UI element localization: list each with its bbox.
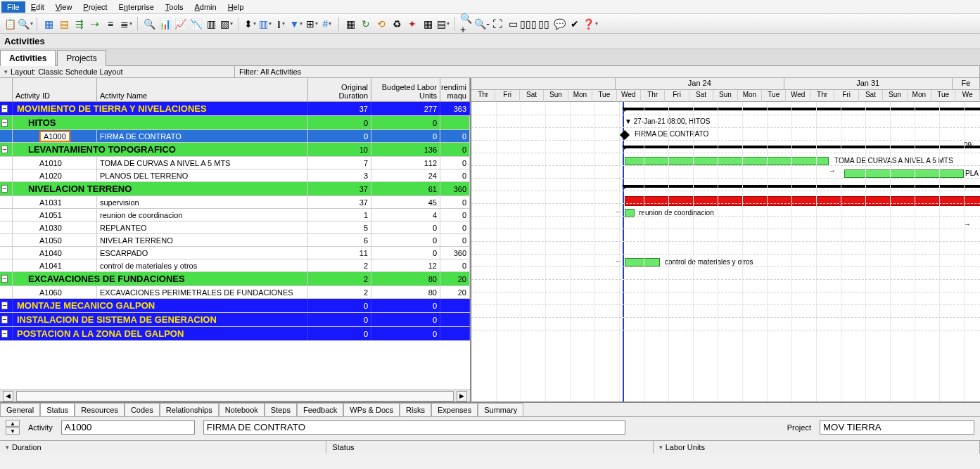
task-bar[interactable] — [625, 157, 829, 165]
menu-tools[interactable]: Tools — [160, 1, 189, 13]
menu-enterprise[interactable]: Enterprise — [113, 1, 160, 13]
detail-tab-codes[interactable]: Codes — [125, 403, 160, 416]
group-row[interactable]: −EXCAVACIONES DE FUNDACIONES28020 — [0, 272, 470, 286]
table-icon[interactable]: ▤ — [57, 17, 71, 31]
detail-tab-general[interactable]: General — [0, 403, 40, 416]
hash-icon[interactable]: # — [320, 17, 334, 31]
detail-tab-feedback[interactable]: Feedback — [297, 403, 343, 416]
activity-row[interactable]: A1051reunion de coordinacion140 — [0, 209, 470, 221]
status-section[interactable]: Status — [326, 441, 653, 454]
scroll-right-icon[interactable]: ▶ — [457, 391, 467, 401]
detail-tab-summary[interactable]: Summary — [478, 403, 523, 416]
project-field[interactable] — [820, 420, 974, 435]
search-icon[interactable]: 🔍 — [18, 17, 32, 31]
recalc-icon[interactable]: ⟲ — [374, 17, 388, 31]
chart-bar-icon[interactable]: 📈 — [173, 17, 187, 31]
group-row[interactable]: −LEVANTAMIENTO TOPOGRAFICO101360 — [0, 143, 470, 157]
task-bar[interactable] — [625, 258, 660, 266]
tab-activities[interactable]: Activities — [0, 50, 56, 66]
detail-tab-steps[interactable]: Steps — [265, 403, 297, 416]
group-row[interactable]: −INSTALACION DE SISTEMA DE GENERACION00 — [0, 313, 470, 327]
activity-row[interactable]: A1000FIRMA DE CONTRATO000 — [0, 130, 470, 143]
labor-section[interactable]: ▾ Labor Units — [654, 441, 980, 454]
grid2-icon[interactable]: ▦ — [421, 17, 435, 31]
detail-tab-relationships[interactable]: Relationships — [160, 403, 219, 416]
fit-icon[interactable]: ⛶ — [490, 17, 504, 31]
group-row[interactable]: −MOVIMIENTO DE TIERRA Y NIVELACIONES3727… — [0, 102, 470, 116]
activity-row[interactable]: A1050NIVELAR TERRENO600 — [0, 234, 470, 247]
zoom-page-icon[interactable]: 🔍 — [142, 17, 156, 31]
menu-view[interactable]: View — [50, 1, 78, 13]
detail-tab-resources[interactable]: Resources — [75, 403, 125, 416]
three-icon[interactable]: ▯▯▯ — [521, 17, 535, 31]
columns-icon[interactable]: ▥ — [258, 17, 272, 31]
detail-tab-risks[interactable]: Risks — [400, 403, 431, 416]
activity-row[interactable]: A1060EXCAVACIONES PERIMETRALES DE FUNDAC… — [0, 286, 470, 299]
scroll-track[interactable] — [16, 391, 454, 401]
detail-tab-notebook[interactable]: Notebook — [219, 403, 265, 416]
chart-stack-icon[interactable]: ▥ — [204, 17, 218, 31]
filter-icon[interactable]: ▼ — [289, 17, 303, 31]
page-icon[interactable]: ▭ — [506, 17, 520, 31]
activity-row[interactable]: A1030REPLANTEO500 — [0, 221, 470, 234]
chart-dd-icon[interactable]: ▧ — [219, 17, 234, 31]
col-budgeted-labor[interactable]: Budgeted Labor Units — [371, 78, 440, 101]
record-stepper[interactable]: ▲ ▼ — [6, 420, 20, 435]
arrow-cross-icon[interactable]: ✦ — [405, 17, 419, 31]
details-icon[interactable]: ▦ — [343, 17, 357, 31]
task-bar[interactable] — [625, 196, 980, 206]
menu-admin[interactable]: Admin — [189, 1, 222, 13]
grid-icon[interactable]: ▦ — [42, 17, 56, 31]
align-icon[interactable]: ≣ — [119, 17, 133, 31]
gantt-body[interactable]: ▼ 27-Jan-21 08:00, HITOS FIRMA DE CONTRA… — [471, 102, 980, 401]
group-icon[interactable]: ⊞ — [305, 17, 319, 31]
col-activity-id[interactable]: Activity ID — [13, 78, 97, 101]
tab-projects[interactable]: Projects — [57, 50, 106, 66]
chart-area-icon[interactable]: 📉 — [189, 17, 203, 31]
link-icon[interactable]: ⇢ — [88, 17, 102, 31]
gantt-chart[interactable]: Jan 24Jan 31Fe ThrFriSatSunMonTueWedThrF… — [471, 78, 980, 401]
stepper-up-icon[interactable]: ▲ — [6, 420, 20, 427]
splitter-icon[interactable]: ⫿ — [274, 17, 288, 31]
menu-file[interactable]: File — [1, 1, 25, 13]
layout-selector[interactable]: ▾ Layout: Classic Schedule Layout — [0, 66, 235, 77]
help-icon[interactable]: ❓ — [583, 17, 597, 31]
recycle-icon[interactable]: ♻ — [390, 17, 404, 31]
detail-tab-status[interactable]: Status — [40, 403, 75, 416]
group-row[interactable]: −POSTACION A LA ZONA DEL GALPON00 — [0, 327, 470, 341]
filter-selector[interactable]: Filter: All Activities — [235, 66, 980, 77]
detail-tab-wps-docs[interactable]: WPs & Docs — [343, 403, 400, 416]
col-original-duration[interactable]: Original Duration — [308, 78, 371, 101]
activity-row[interactable]: A1041control de materiales y otros2120 — [0, 259, 470, 272]
layout-icon[interactable]: ⬍ — [243, 17, 257, 31]
comment-icon[interactable]: 💬 — [552, 17, 566, 31]
stepper-down-icon[interactable]: ▼ — [6, 428, 20, 435]
menu-project[interactable]: Project — [77, 1, 113, 13]
group-row[interactable]: −MONTAJE MECANICO GALPON00 — [0, 299, 470, 313]
list-icon[interactable]: ▤ — [436, 17, 450, 31]
zoom-in-icon[interactable]: 🔍+ — [459, 17, 473, 31]
col-rendimiento[interactable]: rendimi maqu — [440, 78, 470, 101]
detail-tab-expenses[interactable]: Expenses — [431, 403, 478, 416]
col-activity-name[interactable]: Activity Name — [97, 78, 308, 101]
activity-row[interactable]: A1010TOMA DE CURVAS A NIVEL A 5 MTS71120 — [0, 157, 470, 169]
zoom-out-icon[interactable]: 🔍- — [475, 17, 489, 31]
clipboard-icon[interactable]: 📋 — [3, 17, 17, 31]
activity-row[interactable]: A1031supervision37450 — [0, 196, 470, 209]
group-row[interactable]: −NIVELACION TERRENO3761360 — [0, 182, 470, 196]
two-icon[interactable]: ▯▯ — [537, 17, 551, 31]
chart-gantt-icon[interactable]: 📊 — [158, 17, 172, 31]
menu-edit[interactable]: Edit — [25, 1, 50, 13]
bars-icon[interactable]: ≡ — [103, 17, 117, 31]
menu-help[interactable]: Help — [222, 1, 250, 13]
spell-icon[interactable]: ✔ — [568, 17, 582, 31]
grid-hscroll[interactable]: ◀ ▶ — [0, 390, 470, 401]
duration-section[interactable]: ▾ Duration — [0, 441, 326, 454]
group-row[interactable]: −HITOS00 — [0, 116, 470, 130]
activity-row[interactable]: A1040ESCARPADO110360 — [0, 247, 470, 259]
refresh-icon[interactable]: ↻ — [359, 17, 373, 31]
task-bar[interactable] — [844, 169, 964, 178]
activity-id-field[interactable] — [61, 420, 195, 435]
scroll-left-icon[interactable]: ◀ — [3, 391, 13, 401]
hierarchy-icon[interactable]: ⇶ — [72, 17, 87, 31]
